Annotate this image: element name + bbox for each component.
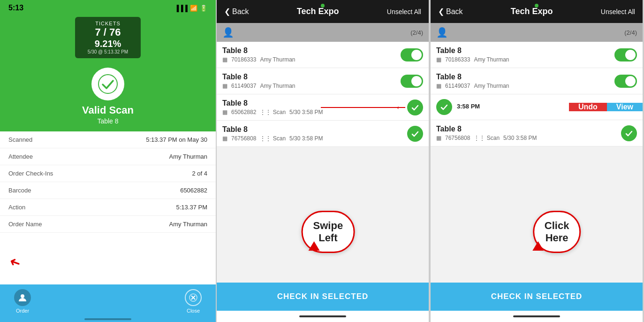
ticket-name-1: Table 8 xyxy=(222,46,401,55)
valid-scan-check-circle xyxy=(91,68,124,100)
tickets-percent: 9.21% xyxy=(83,38,132,49)
check-icon-3-4 xyxy=(621,125,637,141)
ticket-name-2: Table 8 xyxy=(222,73,401,81)
toggle-3-1[interactable] xyxy=(614,48,637,61)
status-bar: 5:13 ▐▐▐ 📶 🔋 xyxy=(0,0,216,14)
ticket-info-1: Table 8 ▦ 70186333 Amy Thurman xyxy=(222,46,401,63)
detail-scanned: Scanned 5:13.37 PM on May 30 xyxy=(0,131,216,148)
back-button[interactable]: ❮ Back xyxy=(224,7,249,16)
ticket-name-4: Table 8 xyxy=(222,125,407,134)
ticket-barcode-3-4: 76756808 xyxy=(445,135,470,141)
person-icon-3: 👤 xyxy=(436,27,448,38)
screen3-title: Tech Expo xyxy=(511,7,553,16)
valid-scan-title: Valid Scan xyxy=(0,104,216,116)
home-indicator-3 xyxy=(513,315,560,317)
barcode-icon-3-2: ▦ xyxy=(436,83,441,89)
count-badge: (2/4) xyxy=(410,29,423,36)
undo-button[interactable]: Undo xyxy=(569,103,607,111)
wifi-status-dot xyxy=(321,4,325,8)
swipe-left-callout: SwipeLeft xyxy=(302,211,355,261)
barcode-icon-4: ▦ xyxy=(222,135,227,142)
signal-icon: ▐▐▐ xyxy=(174,5,188,12)
ticket-date-3-4: 5/30 3:58 PM xyxy=(503,135,537,141)
ticket-attendee-2: Amy Thurman xyxy=(260,83,295,89)
scan-label-4: ⋮⋮ Scan xyxy=(260,135,286,142)
barcode-icon-2: ▦ xyxy=(222,83,227,89)
unselect-all-button[interactable]: Unselect All xyxy=(387,8,421,15)
view-button[interactable]: View xyxy=(607,103,643,111)
screen3-list: ❮ Back Tech Expo Unselect All 👤 (2/4) Ta… xyxy=(430,0,644,322)
check-in-selected-button[interactable]: CHECK IN SELECTED xyxy=(217,283,429,311)
toggle-2[interactable] xyxy=(401,75,423,88)
detail-order-name-value: Amy Thurman xyxy=(169,221,207,228)
detail-action-label: Action xyxy=(8,204,25,211)
tickets-label: Tickets xyxy=(83,21,132,26)
order-icon xyxy=(14,289,31,306)
ticket-attendee-1: Amy Thurman xyxy=(260,56,295,63)
list-bottom-bar-3 xyxy=(431,311,643,322)
ticket-item-4[interactable]: Table 8 ▦ 76756808 ⋮⋮ Scan 5/30 3:58 PM xyxy=(217,121,429,147)
ticket-item-3[interactable]: Table 8 ▦ 65062882 ⋮⋮ Scan 5/30 3:58 PM … xyxy=(217,94,429,121)
ticket-sub-1: ▦ 70186333 Amy Thurman xyxy=(222,56,401,63)
ticket-date-4: 5/30 3:58 PM xyxy=(289,135,323,142)
ticket-item-3-1[interactable]: Table 8 ▦ 70186333 Amy Thurman xyxy=(431,42,643,68)
ticket-barcode-3-1: 70186333 xyxy=(445,56,470,63)
valid-scan-subtitle: Table 8 xyxy=(0,117,216,125)
ticket-info-2: Table 8 ▦ 61149037 Amy Thurman xyxy=(222,73,401,89)
unselect-all-button-3[interactable]: Unselect All xyxy=(601,8,635,15)
filter-bar-3: 👤 (2/4) xyxy=(431,23,643,42)
home-indicator xyxy=(84,318,131,320)
order-button[interactable]: Order xyxy=(14,289,31,314)
ticket-item-3-4[interactable]: Table 8 ▦ 76756808 ⋮⋮ Scan 5/30 3:58 PM xyxy=(431,120,643,146)
click-here-callout: ClickHere xyxy=(533,211,581,261)
list-bottom-bar-2 xyxy=(217,311,429,322)
battery-icon: 🔋 xyxy=(200,5,207,12)
wifi-status-dot-3 xyxy=(535,4,538,8)
ticket-barcode-3: 65062882 xyxy=(231,109,256,115)
check-icon-3-3 xyxy=(436,99,452,115)
wifi-icon: 📶 xyxy=(190,5,197,12)
barcode-icon-3-1: ▦ xyxy=(436,56,441,63)
person-icon: 👤 xyxy=(222,27,234,38)
check-icon-4 xyxy=(407,126,423,142)
ticket-item-2[interactable]: Table 8 ▦ 61149037 Amy Thurman xyxy=(217,68,429,94)
scan-details-panel: Scanned 5:13.37 PM on May 30 Attendee Am… xyxy=(0,131,216,284)
swipe-actions-3-3: Undo View xyxy=(569,103,643,111)
ticket-info-3-2: Table 8 ▦ 61149037 Amy Thurman xyxy=(436,73,614,89)
chevron-left-icon: ❮ xyxy=(224,7,230,16)
home-indicator-2 xyxy=(299,315,346,317)
status-icons: ▐▐▐ 📶 🔋 xyxy=(174,5,207,12)
toggle-1[interactable] xyxy=(401,48,423,61)
checkmark-icon xyxy=(98,74,118,94)
ticket-info-3-1: Table 8 ▦ 70186333 Amy Thurman xyxy=(436,46,614,63)
tickets-count: 7 / 76 xyxy=(83,26,132,38)
barcode-icon-3-4: ▦ xyxy=(436,135,441,141)
ticket-attendee-3-1: Amy Thurman xyxy=(474,56,509,63)
close-button[interactable]: Close xyxy=(185,289,202,314)
ticket-sub-3: ▦ 65062882 ⋮⋮ Scan 5/30 3:58 PM xyxy=(222,109,407,115)
check-icon-3 xyxy=(407,100,423,115)
detail-attendee-value: Amy Thurman xyxy=(169,153,207,160)
detail-attendee-label: Attendee xyxy=(8,153,33,160)
callout-arrow-up xyxy=(308,241,319,251)
ticket-item-3-3-swiped[interactable]: 3:58 PM Undo View xyxy=(431,94,643,120)
ticket-barcode-1: 70186333 xyxy=(231,56,256,63)
red-arrow-line-3 xyxy=(321,107,405,108)
detail-barcode-label: Barcode xyxy=(8,187,31,194)
ticket-item-3-2[interactable]: Table 8 ▦ 61149037 Amy Thurman xyxy=(431,68,643,94)
close-icon xyxy=(185,289,202,306)
toggle-3-2[interactable] xyxy=(614,75,637,88)
screen2-list: ❮ Back Tech Expo Unselect All 👤 (2/4) Ta… xyxy=(216,0,430,322)
ticket-sub-4: ▦ 76756808 ⋮⋮ Scan 5/30 3:58 PM xyxy=(222,135,407,142)
screen2-title: Tech Expo xyxy=(297,7,339,16)
back-button-3[interactable]: ❮ Back xyxy=(438,7,463,16)
detail-action: Action 5:13.37 PM xyxy=(0,199,216,216)
barcode-icon-3: ▦ xyxy=(222,109,227,115)
check-in-selected-button-3[interactable]: CHECK IN SELECTED xyxy=(431,283,643,311)
ticket-name-3-2: Table 8 xyxy=(436,73,614,81)
screen1-valid-scan: 5:13 ▐▐▐ 📶 🔋 Tickets 7 / 76 9.21% 5/30 @… xyxy=(0,0,216,322)
ticket-item-1[interactable]: Table 8 ▦ 70186333 Amy Thurman xyxy=(217,42,429,68)
ticket-sub-3-4: ▦ 76756808 ⋮⋮ Scan 5/30 3:58 PM xyxy=(436,135,621,141)
detail-barcode: Barcode 65062882 xyxy=(0,182,216,199)
count-badge-3: (2/4) xyxy=(624,29,637,36)
